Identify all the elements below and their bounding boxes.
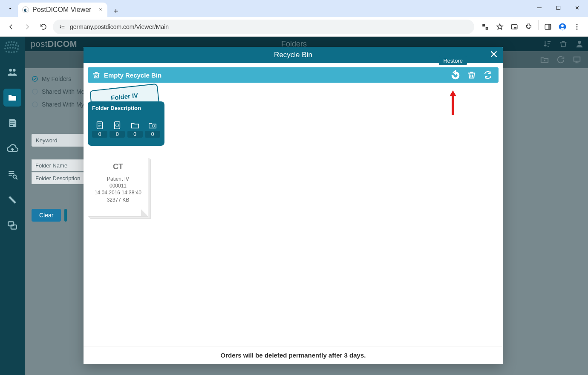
browser-tab[interactable]: ◐ PostDICOM Viewer xyxy=(18,3,107,17)
svg-point-28 xyxy=(17,48,19,50)
page-curl-icon xyxy=(141,209,148,216)
favicon-icon: ◐ xyxy=(22,6,29,13)
count-docs: 0 xyxy=(92,131,107,138)
nav-rail xyxy=(0,37,25,375)
svg-point-7 xyxy=(576,24,578,25)
recycle-toolbar: Empty Recycle Bin xyxy=(88,67,499,83)
trash-can-icon xyxy=(92,71,101,79)
study-id: 000011 xyxy=(110,182,127,189)
modal-body: Empty Recycle Bin Folder IV Folder Descr… xyxy=(84,63,503,346)
svg-rect-4 xyxy=(548,24,551,29)
svg-point-32 xyxy=(13,51,15,53)
svg-point-8 xyxy=(576,26,578,27)
svg-point-17 xyxy=(5,45,6,46)
svg-point-25 xyxy=(9,47,11,49)
svg-point-12 xyxy=(6,42,7,44)
study-patient: Patient IV xyxy=(107,176,129,182)
count-images: 0 xyxy=(110,131,125,138)
radio-label: Shared With Me xyxy=(42,88,84,95)
nav-back-button[interactable] xyxy=(4,20,18,34)
refresh-list-button[interactable] xyxy=(481,69,494,81)
rail-studies-icon[interactable] xyxy=(3,114,21,132)
url-field[interactable]: germany.postdicom.com/Viewer/Main xyxy=(53,20,474,34)
modal-title: Recycle Bin xyxy=(274,51,312,59)
nav-forward-button[interactable] xyxy=(20,20,34,34)
svg-point-29 xyxy=(6,51,7,52)
svg-point-15 xyxy=(13,41,15,43)
svg-point-26 xyxy=(12,47,14,49)
deleted-study-card[interactable]: CT Patient IV 000011 14.04.2016 14:38:40… xyxy=(88,157,148,216)
rail-people-icon[interactable] xyxy=(3,63,21,81)
study-datetime: 14.04.2016 14:38:40 xyxy=(95,189,141,196)
window-maximize-button[interactable] xyxy=(549,0,568,15)
svg-point-33 xyxy=(16,51,17,52)
profile-avatar-icon[interactable] xyxy=(556,20,569,34)
rail-folders-icon[interactable] xyxy=(3,89,21,107)
svg-point-21 xyxy=(15,44,17,46)
browser-address-bar: germany.postdicom.com/Viewer/Main xyxy=(0,17,588,37)
extensions-icon[interactable] xyxy=(522,20,536,34)
picture-in-picture-icon[interactable] xyxy=(507,20,521,34)
translate-icon[interactable] xyxy=(478,20,492,34)
tab-close-icon[interactable] xyxy=(98,7,103,12)
new-tab-button[interactable] xyxy=(110,5,122,17)
site-settings-icon[interactable] xyxy=(58,23,66,31)
restore-button[interactable] xyxy=(449,69,462,81)
rail-search-list-icon[interactable] xyxy=(3,165,21,183)
svg-point-18 xyxy=(7,44,9,46)
rail-sync-icon[interactable] xyxy=(3,191,21,209)
svg-point-31 xyxy=(11,52,12,53)
deleted-folder-card[interactable]: Folder IV Folder Description 0 0 0 0 xyxy=(88,87,164,146)
svg-point-19 xyxy=(10,44,12,46)
study-modality: CT xyxy=(113,162,123,171)
folder-desc-label: Folder Description xyxy=(92,105,160,111)
svg-point-43 xyxy=(116,124,119,127)
delete-permanently-button[interactable] xyxy=(465,69,478,81)
tab-title: PostDICOM Viewer xyxy=(32,6,91,14)
svg-point-16 xyxy=(16,42,17,44)
bookmark-star-icon[interactable] xyxy=(493,20,507,34)
svg-point-22 xyxy=(17,45,19,47)
recycle-bin-modal: Recycle Bin Restore Empty Recycle Bin Fo… xyxy=(84,47,503,364)
chrome-menu-icon[interactable] xyxy=(570,20,584,34)
window-close-button[interactable] xyxy=(568,0,586,15)
svg-point-20 xyxy=(12,44,14,46)
empty-recycle-label[interactable]: Empty Recycle Bin xyxy=(104,72,161,79)
radio-label: My Folders xyxy=(42,75,71,82)
browser-titlebar: ◐ PostDICOM Viewer xyxy=(0,0,588,17)
search-button-partial[interactable] xyxy=(64,209,67,222)
tab-list-dropdown[interactable] xyxy=(4,3,16,14)
modal-close-button[interactable] xyxy=(489,49,499,59)
count-folders: 0 xyxy=(127,131,143,138)
rail-screens-icon[interactable] xyxy=(3,216,21,234)
rail-upload-icon[interactable] xyxy=(3,140,21,158)
svg-point-14 xyxy=(11,41,12,43)
svg-point-9 xyxy=(576,28,578,29)
svg-rect-42 xyxy=(115,122,120,129)
folder-body: Folder Description 0 0 0 0 xyxy=(88,101,164,146)
svg-point-34 xyxy=(13,175,17,179)
sidepanel-icon[interactable] xyxy=(541,20,555,34)
svg-rect-2 xyxy=(514,27,516,29)
window-controls xyxy=(530,0,586,15)
modal-footer-warning: Orders will be deleted permanently after… xyxy=(84,346,503,364)
svg-point-6 xyxy=(561,24,564,27)
window-minimize-button[interactable] xyxy=(530,0,549,15)
svg-point-44 xyxy=(152,125,155,127)
clear-button[interactable]: Clear xyxy=(32,209,61,222)
svg-point-39 xyxy=(32,102,37,107)
count-shared: 0 xyxy=(145,131,160,138)
url-text: germany.postdicom.com/Viewer/Main xyxy=(70,23,169,30)
svg-rect-0 xyxy=(556,6,560,9)
svg-point-24 xyxy=(7,47,9,49)
svg-point-27 xyxy=(14,47,16,49)
brand-globe-icon xyxy=(2,39,23,55)
study-size: 32377 KB xyxy=(107,196,130,203)
svg-point-38 xyxy=(32,89,37,94)
modal-titlebar: Recycle Bin Restore xyxy=(84,47,503,63)
svg-point-13 xyxy=(8,41,10,43)
nav-reload-button[interactable] xyxy=(37,20,50,34)
annotation-arrow xyxy=(448,90,458,116)
svg-point-30 xyxy=(8,51,10,53)
svg-point-23 xyxy=(4,48,6,49)
